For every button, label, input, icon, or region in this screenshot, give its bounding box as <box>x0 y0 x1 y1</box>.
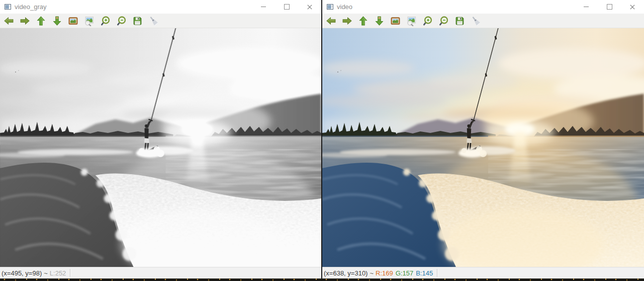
maximize-button[interactable] <box>598 0 621 14</box>
toolbar <box>0 14 321 28</box>
window-video: video (x=638, y=310) ~ R:169 <box>321 0 644 278</box>
minimize-icon <box>261 7 266 8</box>
zoom-in-icon <box>100 16 111 26</box>
windows-row: video_gray (x=495, y=98) ~ L:252 <box>0 0 644 278</box>
zoom-region-button[interactable] <box>406 14 417 27</box>
pan-down-icon <box>374 16 385 26</box>
tilde-separator: ~ <box>370 269 374 277</box>
adjust-view-icon <box>68 16 78 26</box>
pan-left-button[interactable] <box>325 14 336 27</box>
window-controls <box>252 0 321 14</box>
channel-value-l: L:252 <box>50 269 66 277</box>
save-image-button[interactable] <box>132 14 143 27</box>
maximize-icon <box>607 4 612 10</box>
minimize-button[interactable] <box>575 0 598 14</box>
pan-up-button[interactable] <box>357 14 369 27</box>
pan-left-button[interactable] <box>3 14 14 27</box>
zoom-in-button[interactable] <box>422 14 433 27</box>
maximize-icon <box>284 4 290 10</box>
title-bar[interactable]: video_gray <box>0 0 321 14</box>
close-button[interactable] <box>621 0 644 14</box>
video-frame-color <box>322 28 644 267</box>
zoom-out-button[interactable] <box>438 14 449 27</box>
window-controls <box>575 0 644 14</box>
channel-value-r: R:169 <box>376 269 393 277</box>
clear-overlay-icon <box>148 16 159 26</box>
desktop-background-strip <box>0 278 644 281</box>
pan-right-button[interactable] <box>19 14 30 27</box>
pan-down-button[interactable] <box>374 14 385 27</box>
maximize-button[interactable] <box>275 0 298 14</box>
clear-overlay-button[interactable] <box>470 14 481 27</box>
clear-overlay-button[interactable] <box>148 14 159 27</box>
zoom-out-icon <box>116 16 127 26</box>
pan-up-button[interactable] <box>35 14 46 27</box>
status-bar: (x=638, y=310) ~ R:169 G:157 B:145 <box>322 267 644 278</box>
close-icon <box>630 5 635 10</box>
pan-right-icon <box>342 16 352 26</box>
pan-left-icon <box>4 16 14 26</box>
zoom-region-icon <box>406 16 417 26</box>
close-button[interactable] <box>298 0 321 14</box>
video-canvas-gray[interactable] <box>0 28 321 267</box>
save-image-icon <box>454 16 465 26</box>
adjust-view-button[interactable] <box>390 14 401 27</box>
adjust-view-icon <box>390 16 401 26</box>
status-divider <box>70 269 70 277</box>
status-divider <box>437 269 437 277</box>
channel-value-g: G:157 <box>396 269 413 277</box>
pan-up-icon <box>36 16 46 26</box>
status-bar: (x=495, y=98) ~ L:252 <box>0 267 321 278</box>
save-image-icon <box>132 16 143 26</box>
adjust-view-button[interactable] <box>67 14 78 27</box>
pan-left-icon <box>326 16 336 26</box>
minimize-icon <box>584 7 589 8</box>
app-window-icon <box>327 4 333 10</box>
pan-up-icon <box>358 16 369 26</box>
window-title: video_gray <box>15 3 47 11</box>
zoom-in-button[interactable] <box>100 14 111 27</box>
pixel-coords: (x=495, y=98) <box>2 269 42 277</box>
app-window-icon <box>5 4 11 10</box>
clear-overlay-icon <box>471 16 481 26</box>
minimize-button[interactable] <box>252 0 275 14</box>
channel-value-b: B:145 <box>416 269 433 277</box>
tilde-separator: ~ <box>44 269 48 277</box>
video-canvas-color[interactable] <box>322 28 644 267</box>
save-image-button[interactable] <box>454 14 465 27</box>
window-title: video <box>337 3 352 11</box>
zoom-in-icon <box>422 16 433 26</box>
pixel-coords: (x=638, y=310) <box>324 269 367 277</box>
zoom-region-button[interactable] <box>83 14 95 27</box>
pan-down-button[interactable] <box>51 14 62 27</box>
toolbar <box>322 14 644 28</box>
close-icon <box>307 5 312 10</box>
zoom-out-icon <box>438 16 449 26</box>
video-frame-gray <box>0 28 321 267</box>
zoom-out-button[interactable] <box>116 14 127 27</box>
pan-right-icon <box>20 16 30 26</box>
pan-right-button[interactable] <box>341 14 352 27</box>
window-video-gray: video_gray (x=495, y=98) ~ L:252 <box>0 0 321 278</box>
pan-down-icon <box>52 16 62 26</box>
zoom-region-icon <box>84 16 95 26</box>
title-bar[interactable]: video <box>322 0 644 14</box>
